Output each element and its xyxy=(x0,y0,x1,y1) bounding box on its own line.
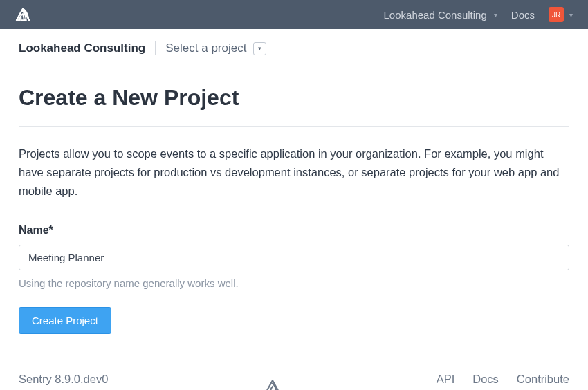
page-description: Projects allow you to scope events to a … xyxy=(19,145,569,201)
breadcrumb-org[interactable]: Lookahead Consulting xyxy=(19,41,156,55)
avatar: JR xyxy=(549,7,564,22)
chevron-down-icon: ▾ xyxy=(258,45,261,52)
footer-api-link[interactable]: API xyxy=(437,373,455,386)
chevron-down-icon: ▾ xyxy=(569,11,573,19)
project-selector[interactable]: Select a project ▾ xyxy=(156,41,266,55)
chevron-down-icon: ▾ xyxy=(494,11,497,19)
org-dropdown-label: Lookahead Consulting xyxy=(384,9,487,21)
footer-contribute-link[interactable]: Contribute xyxy=(517,373,569,386)
sentry-logo-icon[interactable] xyxy=(15,8,30,21)
sentry-logo-icon xyxy=(264,379,282,390)
org-dropdown[interactable]: Lookahead Consulting ▾ xyxy=(384,9,497,21)
navbar-right: Lookahead Consulting ▾ Docs JR ▾ xyxy=(384,7,573,22)
create-project-button[interactable]: Create Project xyxy=(19,307,111,334)
project-dropdown-button[interactable]: ▾ xyxy=(253,42,266,55)
navbar-left xyxy=(15,8,30,21)
footer-links: API Docs Contribute xyxy=(437,373,569,386)
top-navbar: Lookahead Consulting ▾ Docs JR ▾ xyxy=(0,0,588,29)
breadcrumb-bar: Lookahead Consulting Select a project ▾ xyxy=(0,29,588,68)
name-help-text: Using the repository name generally work… xyxy=(19,277,569,289)
main-content: Create a New Project Projects allow you … xyxy=(0,68,588,334)
divider xyxy=(19,126,569,127)
user-menu[interactable]: JR ▾ xyxy=(549,7,573,22)
footer: Sentry 8.9.0.dev0 API Docs Contribute xyxy=(0,351,588,390)
docs-link[interactable]: Docs xyxy=(511,9,535,21)
project-selector-label: Select a project xyxy=(165,41,246,55)
page-title: Create a New Project xyxy=(19,85,569,111)
footer-version: Sentry 8.9.0.dev0 xyxy=(19,373,108,386)
name-field-label: Name* xyxy=(19,224,569,236)
footer-docs-link[interactable]: Docs xyxy=(472,373,499,386)
name-input[interactable] xyxy=(19,245,569,270)
